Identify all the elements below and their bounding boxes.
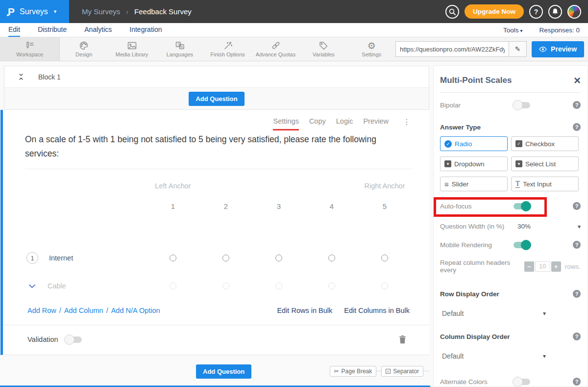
surveys-product-menu[interactable]: P Surveys ▾ <box>0 0 69 23</box>
radio-option-ghost <box>275 283 282 289</box>
repeat-headers-input[interactable] <box>535 261 550 272</box>
tab-analytics[interactable]: Analytics <box>84 23 112 37</box>
help-icon[interactable]: ? <box>573 378 581 386</box>
row-label-placeholder[interactable]: Cable <box>48 282 66 290</box>
help-button[interactable]: ? <box>529 5 543 19</box>
row-display-order-select[interactable]: Default ▾ <box>442 310 546 317</box>
question-settings-panel: Multi-Point Scales × Bipolar ? Answer Ty… <box>433 65 588 387</box>
breadcrumb-my-surveys[interactable]: My Surveys <box>82 7 120 16</box>
divider <box>440 92 581 93</box>
delete-question-button[interactable] <box>399 335 406 344</box>
question-text[interactable]: On a scale of 1-5 with 1 being not satis… <box>3 130 429 169</box>
auto-focus-label: Auto-focus <box>440 203 472 210</box>
column-header[interactable]: 3 <box>277 202 281 210</box>
chevron-down-icon[interactable]: ▾ <box>578 223 581 230</box>
toolbar-design[interactable]: Design <box>60 37 108 61</box>
alternate-colors-toggle[interactable] <box>514 379 530 385</box>
notifications-button[interactable] <box>548 5 562 19</box>
auto-focus-toggle[interactable] <box>514 203 530 209</box>
block-title[interactable]: Block 1 <box>38 73 61 81</box>
responses-count[interactable]: Responses: 0 <box>539 26 580 34</box>
bipolar-toggle[interactable] <box>514 102 530 108</box>
toolbar-finish-options[interactable]: Finish Options <box>204 37 252 61</box>
collapse-block-icon[interactable] <box>18 73 24 80</box>
help-icon[interactable]: ? <box>573 123 581 131</box>
radio-option[interactable] <box>222 255 229 261</box>
survey-url-input[interactable] <box>395 41 509 57</box>
add-na-option-link[interactable]: Add N/A Option <box>111 307 160 314</box>
add-column-link[interactable]: Add Column <box>64 307 103 314</box>
tools-menu[interactable]: Tools▾ <box>503 26 523 34</box>
mobile-rendering-toggle[interactable] <box>514 242 530 248</box>
user-avatar[interactable] <box>567 5 581 19</box>
edit-rows-in-bulk-link[interactable]: Edit Rows in Bulk <box>277 307 332 314</box>
decrement-button[interactable]: − <box>524 261 534 272</box>
column-header[interactable]: 2 <box>224 202 228 210</box>
help-icon[interactable]: ? <box>573 101 581 109</box>
row-options-chevron-icon[interactable] <box>28 284 36 288</box>
add-row-link[interactable]: Add Row <box>27 307 56 314</box>
column-header[interactable]: 4 <box>330 202 334 210</box>
workspace-content: Block 1 Add Question Settings Copy Logic… <box>0 62 588 387</box>
separator-button[interactable]: ✓ Separator <box>381 366 423 377</box>
matrix-row-internet: 1 Internet <box>26 252 429 264</box>
magic-wand-icon <box>223 41 233 51</box>
help-icon[interactable]: ? <box>573 202 581 210</box>
radio-option[interactable] <box>275 255 282 261</box>
search-button[interactable] <box>445 5 459 19</box>
toolbar-languages[interactable]: 文 A Languages <box>156 37 204 61</box>
toolbar-advance-quotas[interactable]: Advance Quotas <box>252 37 300 61</box>
column-header[interactable]: 1 <box>171 202 175 210</box>
question-tab-settings[interactable]: Settings <box>273 117 298 130</box>
toolbar-media-library[interactable]: Media Library <box>108 37 156 61</box>
column-header[interactable]: 5 <box>383 202 387 210</box>
answer-type-dropdown[interactable]: ▾ Dropdown <box>440 156 508 171</box>
tab-distribute[interactable]: Distribute <box>38 23 67 37</box>
radio-option[interactable] <box>328 255 335 261</box>
radio-option-ghost <box>222 283 229 289</box>
text-input-t-icon: T <box>515 180 520 188</box>
dropdown-caret-icon: ▾ <box>515 160 522 167</box>
upgrade-now-button[interactable]: Upgrade Now <box>465 4 524 19</box>
close-panel-icon[interactable]: × <box>574 76 581 85</box>
question-tab-copy[interactable]: Copy <box>309 117 326 130</box>
add-question-button-top[interactable]: Add Question <box>189 92 244 106</box>
edit-url-button[interactable]: ✎ <box>509 41 527 57</box>
alternate-colors-label: Alternate Colors <box>440 378 488 386</box>
answer-type-checkbox[interactable]: ✓ Checkbox <box>511 136 579 151</box>
question-tab-logic[interactable]: Logic <box>336 117 353 130</box>
checkbox-check-icon: ✓ <box>515 140 522 147</box>
mobile-rendering-row: Mobile Rendering ? <box>440 241 581 249</box>
toolbar-settings[interactable]: ⚙ Settings <box>347 37 395 61</box>
column-display-order-select[interactable]: Default ▾ <box>442 352 546 360</box>
help-icon[interactable]: ? <box>573 333 581 340</box>
question-more-menu-icon[interactable]: ⋮ <box>403 117 411 126</box>
chevron-down-icon: ▾ <box>520 28 522 33</box>
increment-button[interactable]: + <box>551 261 561 272</box>
answer-type-slider[interactable]: ≡ Slider <box>440 177 508 191</box>
radio-option[interactable] <box>381 255 388 261</box>
preview-button[interactable]: Preview <box>532 41 584 57</box>
tab-edit[interactable]: Edit <box>8 23 20 37</box>
checkbox-icon: ✓ <box>386 369 391 374</box>
answer-type-select-list[interactable]: ▾ Select List <box>511 156 579 171</box>
left-anchor-field[interactable]: Left Anchor <box>155 182 191 190</box>
question-tab-preview[interactable]: Preview <box>363 117 389 130</box>
question-width-value[interactable]: 30% <box>517 223 531 230</box>
page-break-button[interactable]: ✂ Page Break <box>330 366 377 377</box>
toolbar-variables[interactable]: Variables <box>299 37 347 61</box>
tab-integration[interactable]: Integration <box>129 23 162 37</box>
answer-type-radio[interactable]: ✓ Radio <box>440 136 508 151</box>
eye-icon <box>539 47 547 52</box>
validation-toggle[interactable] <box>65 336 82 343</box>
edit-columns-in-bulk-link[interactable]: Edit Columns in Bulk <box>344 307 410 314</box>
right-anchor-field[interactable]: Right Anchor <box>364 182 405 190</box>
toolbar-workspace[interactable]: Workspace <box>0 37 60 61</box>
add-question-button-bottom[interactable]: Add Question <box>196 364 251 379</box>
answer-type-text-input[interactable]: T Text Input <box>511 177 579 191</box>
alternate-colors-row: Alternate Colors ? <box>440 378 581 386</box>
help-icon[interactable]: ? <box>573 241 581 249</box>
radio-option[interactable] <box>170 255 176 261</box>
help-icon[interactable]: ? <box>573 290 581 298</box>
row-label[interactable]: Internet <box>49 254 73 262</box>
